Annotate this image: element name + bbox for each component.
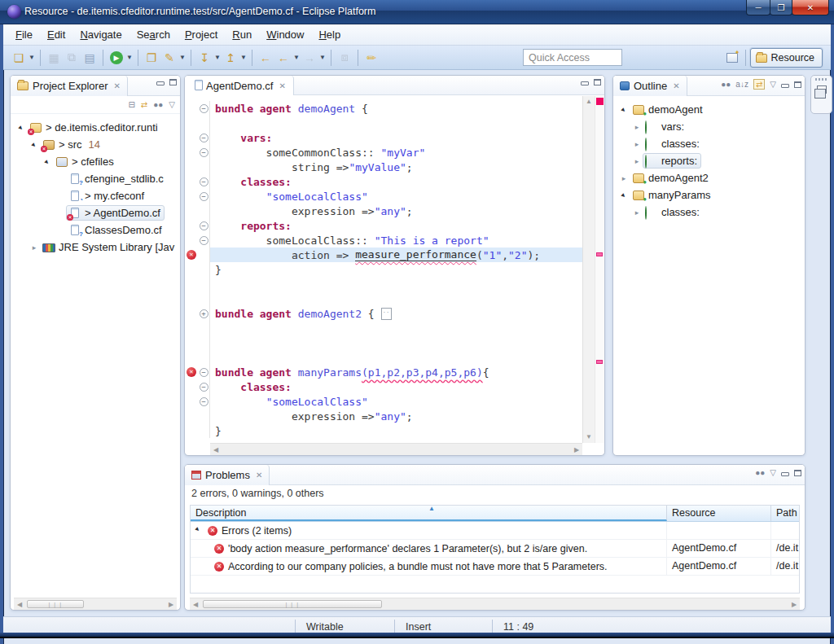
close-icon[interactable]: ✕ xyxy=(279,81,285,90)
scrollbar-thumb[interactable]: ❘❘❘ xyxy=(27,600,84,608)
explorer-item-de-itemis-cfeditor-runti[interactable]: ▸✕> de.itemis.cfeditor.runti xyxy=(12,119,180,136)
menu-help[interactable]: Help xyxy=(311,25,348,44)
outline-tab[interactable]: Outline ✕ xyxy=(613,76,687,96)
code-line-19[interactable]: ✕−bundle agent manyParams(p1,p2,p3,p4,p5… xyxy=(185,365,582,379)
expand-icon[interactable]: ▸ xyxy=(631,140,643,148)
maximize-view-icon[interactable] xyxy=(594,79,601,85)
code-line-22[interactable]: expression =>"any"; xyxy=(185,409,582,423)
highlighter-icon[interactable]: ✎ xyxy=(160,49,178,67)
minimize-view-icon[interactable] xyxy=(156,81,165,85)
maximize-view-icon[interactable] xyxy=(169,79,177,85)
maximize-button[interactable]: ❐ xyxy=(770,0,792,15)
problem-row-1[interactable]: ✕'body action measure_performance' decla… xyxy=(191,540,799,558)
minimize-view-icon[interactable] xyxy=(781,472,789,476)
previous-annotation-icon[interactable]: ↥ xyxy=(222,49,239,67)
dropdown-arrow-icon[interactable]: ▼ xyxy=(292,54,301,61)
project-explorer-tab[interactable]: Project Explorer ✕ xyxy=(11,76,128,96)
expand-icon[interactable]: ▸ xyxy=(618,174,630,182)
menu-edit[interactable]: Edit xyxy=(40,25,72,44)
forward-icon[interactable]: → xyxy=(301,49,318,67)
dropdown-arrow-icon[interactable]: ▼ xyxy=(125,54,134,61)
scroll-left-icon[interactable]: ◀ xyxy=(14,598,25,610)
open-folder-icon[interactable]: ❐ xyxy=(143,49,160,67)
horizontal-scrollbar[interactable]: ◀ ❘❘❘ ▶ xyxy=(190,598,800,610)
collapse-fold-icon[interactable]: − xyxy=(200,383,208,392)
last-edit-location-icon[interactable]: ← xyxy=(257,49,274,67)
explorer-item-my-cfeconf[interactable]: ◔> my.cfeconf xyxy=(12,187,180,204)
scroll-right-icon[interactable]: ▶ xyxy=(571,444,582,455)
minimize-button[interactable]: ─ xyxy=(746,0,770,15)
error-marker-icon[interactable]: ✕ xyxy=(187,250,196,260)
focus-icon[interactable]: ●● xyxy=(721,80,731,89)
sort-icon[interactable]: a↓z xyxy=(735,80,748,89)
menu-run[interactable]: Run xyxy=(225,25,259,44)
expand-icon[interactable]: ▸ xyxy=(29,243,40,252)
drag-handle[interactable] xyxy=(815,78,828,81)
scroll-right-icon[interactable]: ▶ xyxy=(165,598,177,610)
code-line-18[interactable] xyxy=(185,350,582,365)
open-perspective-button[interactable] xyxy=(723,49,741,67)
error-marker-icon[interactable]: ✕ xyxy=(187,367,196,377)
collapse-icon[interactable]: ▸ xyxy=(15,120,29,134)
code-line-5[interactable]: string =>"myValue"; xyxy=(185,160,582,174)
print-icon[interactable]: ▤ xyxy=(81,49,99,67)
code-line-11[interactable]: ✕ action => measure_performance("1","2")… xyxy=(185,248,582,262)
scroll-down-icon[interactable]: ▼ xyxy=(583,432,595,443)
link-with-editor-icon[interactable]: ⇄ xyxy=(141,100,147,109)
explorer-item-cfefiles[interactable]: ▸> cfefiles xyxy=(12,153,180,170)
back-icon[interactable]: ← xyxy=(274,49,292,67)
menu-project[interactable]: Project xyxy=(178,25,225,44)
scroll-left-icon[interactable]: ◀ xyxy=(190,598,201,610)
outline-item-reports[interactable]: ▸reports: xyxy=(615,152,805,169)
explorer-item-src[interactable]: ▸✕> src14 xyxy=(12,136,180,153)
outline-item-manyparams[interactable]: ▸●manyParams xyxy=(615,186,805,204)
collapse-icon[interactable]: ▸ xyxy=(28,138,42,151)
code-line-2[interactable] xyxy=(185,116,582,130)
scrollbar-thumb[interactable]: ❘❘❘ xyxy=(203,600,382,608)
expand-icon[interactable]: ▸ xyxy=(631,157,643,165)
explorer-item-cfengine-stdlib-c[interactable]: ?cfengine_stdlib.c xyxy=(12,170,180,187)
collapse-fold-icon[interactable]: − xyxy=(200,192,208,201)
collapse-fold-icon[interactable]: − xyxy=(200,236,208,245)
dropdown-arrow-icon[interactable]: ▼ xyxy=(318,54,327,61)
code-line-15[interactable]: +bundle agent demoAgent2 { .. xyxy=(185,306,582,321)
collapse-icon[interactable]: ▸ xyxy=(617,188,631,202)
focus-icon[interactable]: ●● xyxy=(755,468,765,477)
editor-tab-agentdemo[interactable]: AgentDemo.cf ✕ xyxy=(185,76,294,95)
outline-item-classes[interactable]: ▸classes: xyxy=(615,135,805,152)
view-menu-icon[interactable]: ▽ xyxy=(770,468,776,477)
outline-item-demoagent2[interactable]: ▸●demoAgent2 xyxy=(615,169,805,186)
restore-view-icon[interactable] xyxy=(817,85,827,94)
collapse-fold-icon[interactable]: − xyxy=(200,177,208,186)
code-editor[interactable]: −bundle agent demoAgent {− vars:− someCo… xyxy=(185,96,582,443)
dropdown-arrow-icon[interactable]: ▼ xyxy=(213,54,222,61)
minimize-view-icon[interactable] xyxy=(781,84,789,88)
code-line-7[interactable]: − "someLocalClass" xyxy=(185,189,582,204)
scroll-up-icon[interactable]: ▲ xyxy=(583,96,595,107)
collapse-fold-icon[interactable]: − xyxy=(200,104,208,113)
code-line-20[interactable]: − classes: xyxy=(185,379,582,394)
overview-status-icon[interactable] xyxy=(596,98,604,105)
collapse-fold-icon[interactable]: − xyxy=(200,397,208,406)
code-line-9[interactable]: − reports: xyxy=(185,218,582,233)
link-with-editor-icon[interactable]: ⇄ xyxy=(753,79,765,90)
search-brush-icon[interactable]: ✏ xyxy=(362,49,380,67)
view-menu-icon[interactable]: ▽ xyxy=(770,80,776,89)
view-menu-icon[interactable]: ▽ xyxy=(169,100,175,109)
close-icon[interactable]: ✕ xyxy=(256,471,262,480)
close-icon[interactable]: ✕ xyxy=(113,81,120,90)
problems-group-errors[interactable]: ▸✕Errors (2 items) xyxy=(191,522,799,540)
scroll-right-icon[interactable]: ▶ xyxy=(788,598,800,610)
outline-item-classes[interactable]: ▸classes: xyxy=(615,204,805,221)
expand-fold-icon[interactable]: + xyxy=(200,309,208,318)
code-line-1[interactable]: −bundle agent demoAgent { xyxy=(185,101,582,116)
menu-search[interactable]: Search xyxy=(129,25,178,44)
expand-icon[interactable]: ▸ xyxy=(631,123,643,131)
scroll-left-icon[interactable]: ◀ xyxy=(210,444,222,455)
minimized-views-bar[interactable] xyxy=(810,75,832,114)
code-line-14[interactable] xyxy=(185,291,582,306)
error-marker[interactable] xyxy=(596,252,603,256)
pin-editor-icon[interactable]: ⧈ xyxy=(336,49,353,67)
column-header-description[interactable]: Description ▲ xyxy=(191,506,667,521)
folded-region-icon[interactable]: .. xyxy=(381,308,392,320)
